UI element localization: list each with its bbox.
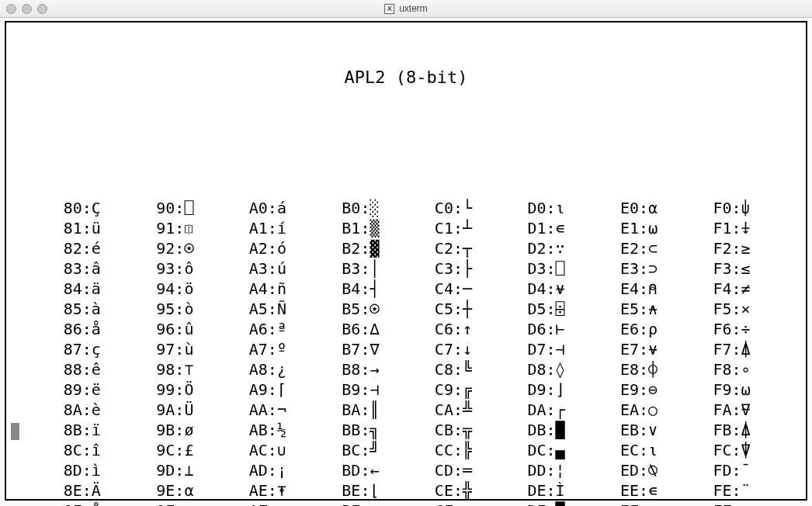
hex-code: CF: [435, 501, 463, 506]
hex-code: 9E: [156, 480, 184, 501]
hex-code: A4: [249, 279, 277, 299]
window-title-text: uxterm [399, 3, 428, 14]
char-cell: F0:⍦ [713, 198, 806, 218]
char-cell: DA:┌ [527, 400, 620, 420]
hex-code: DB: [527, 420, 555, 440]
char-glyph: ⍺ [184, 480, 193, 501]
hex-code: 93: [156, 258, 184, 279]
char-cell: C9:╔ [435, 380, 528, 400]
char-cell: CE:╬ [435, 480, 528, 501]
hex-code: 90: [156, 198, 184, 218]
char-cell: FB:⍋ [713, 420, 806, 440]
char-glyph: ▀ [556, 501, 565, 506]
char-cell: F5:× [713, 299, 806, 319]
hex-code: FC: [713, 440, 741, 460]
window-controls[interactable] [6, 4, 47, 14]
char-cell: AB:½ [249, 420, 342, 440]
char-cell: EA:○ [620, 400, 713, 420]
char-glyph: ≡ [463, 501, 472, 506]
char-cell: B0:░ [342, 198, 435, 218]
char-glyph: × [741, 299, 751, 319]
window-titlebar: X uxterm [0, 0, 812, 18]
char-glyph: ρ [648, 319, 658, 339]
char-cell: 9A:Ü [156, 400, 249, 420]
char-cell: 99:Ö [156, 380, 249, 400]
hex-code: C9: [435, 380, 463, 400]
char-glyph: ∆ [370, 319, 379, 339]
hex-code: D8: [527, 359, 555, 380]
char-cell: D4:⍱ [527, 279, 620, 299]
char-glyph: ├ [463, 258, 472, 279]
hex-code: B9: [342, 380, 370, 400]
hex-code: 8D: [64, 460, 92, 480]
char-glyph: → [370, 359, 379, 380]
hex-code: D3: [527, 258, 555, 279]
close-icon[interactable] [6, 4, 16, 14]
char-glyph: ┬ [463, 238, 472, 258]
char-glyph: ⌋ [556, 380, 565, 400]
char-glyph: ∊ [648, 480, 658, 501]
hex-code: 91: [156, 218, 184, 238]
hex-code: BD: [342, 460, 370, 480]
char-glyph: ⍺ [648, 198, 658, 218]
hex-code: 9F: [156, 501, 184, 506]
char-glyph: ⊃ [648, 258, 658, 279]
hex-code: A3: [249, 258, 277, 279]
hex-code: C8: [435, 359, 463, 380]
char-cell: D0:⍳ [527, 198, 620, 218]
char-glyph: ○ [648, 400, 658, 420]
char-glyph: ╦ [463, 420, 472, 440]
char-glyph: ü [92, 218, 101, 238]
hex-code: 98: [156, 359, 184, 380]
char-glyph: ñ [277, 279, 286, 299]
char-cell: 96:û [156, 319, 249, 339]
char-glyph: ⍉ [648, 460, 658, 480]
hex-code: CD: [435, 460, 463, 480]
hex-code: 84: [64, 279, 92, 299]
char-glyph: ⍟ [370, 299, 379, 319]
terminal-body[interactable]: APL2 (8-bit) 80:Ç90:⎕A0:áB0:░C0:└D0:⍳E0:… [5, 21, 807, 501]
hex-code: 89: [64, 380, 92, 400]
char-cell: CD:═ [435, 460, 528, 480]
char-glyph: Ö [184, 380, 193, 400]
char-glyph: ← [370, 460, 379, 480]
char-cell: 8A:è [64, 400, 157, 420]
char-row: 88:ê98:⊤A8:¿B8:→C8:╚D8:◊E8:⌽F8:∘ [6, 359, 806, 380]
char-glyph: Ü [184, 400, 193, 420]
char-glyph: ⊢ [556, 319, 565, 339]
char-glyph: ¬ [277, 400, 286, 420]
char-cell: 8E:Ä [64, 480, 157, 501]
page-title: APL2 (8-bit) [6, 66, 806, 89]
hex-code: B1: [342, 218, 370, 238]
char-cell: A5:Ñ [249, 299, 342, 319]
char-glyph: ╗ [370, 420, 379, 440]
char-glyph: â [92, 258, 101, 279]
char-cell: D6:⊢ [527, 319, 620, 339]
char-row: 86:å96:ûA6:ªB6:∆C6:↑D6:⊢E6:ρF6:÷ [6, 319, 806, 339]
char-cell: CA:╩ [435, 400, 528, 420]
char-cell: EF:∩ [620, 501, 713, 506]
char-cell: 8F:Å [64, 501, 157, 506]
char-cell: C3:├ [435, 258, 528, 279]
char-cell: E3:⊃ [620, 258, 713, 279]
hex-code: CA: [435, 400, 463, 420]
char-glyph: ⍒ [741, 440, 751, 460]
char-cell: C4:─ [435, 279, 528, 299]
char-glyph: ô [184, 258, 193, 279]
char-cell: AD:¡ [249, 460, 342, 480]
char-glyph: ▒ [370, 218, 379, 238]
hex-code: 97: [156, 339, 184, 359]
char-cell: B9:⊣ [342, 380, 435, 400]
char-row: 82:é92:⍟A2:óB2:▓C2:┬D2:∵E2:⊂F2:≥ [6, 238, 806, 258]
char-cell: BC:╝ [342, 440, 435, 460]
minimize-icon[interactable] [22, 4, 32, 14]
char-glyph: Ä [92, 480, 101, 501]
hex-code: 8F: [64, 501, 92, 506]
hex-code: B0: [342, 198, 370, 218]
char-glyph: º [277, 339, 286, 359]
char-glyph: ┌ [556, 400, 565, 420]
zoom-icon[interactable] [37, 4, 47, 14]
char-glyph: î [92, 440, 101, 460]
hex-code: AD: [249, 460, 277, 480]
hex-code: 87: [64, 339, 92, 359]
